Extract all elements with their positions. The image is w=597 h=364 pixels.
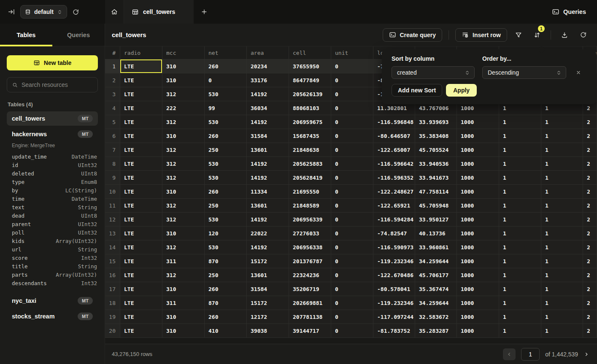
table-cell[interactable]: 1 [541, 310, 583, 324]
table-cell[interactable]: LTE [120, 296, 162, 310]
table-cell[interactable]: 1 [499, 157, 541, 171]
table-cell[interactable]: 1 [541, 199, 583, 213]
table-cell[interactable]: LTE [120, 282, 162, 296]
table-cell[interactable]: 206956338 [289, 240, 331, 254]
table-cell[interactable]: 1000 [457, 296, 499, 310]
table-cell[interactable]: 1 [541, 324, 583, 338]
table-cell[interactable]: 33.940536 [415, 157, 457, 171]
table-cell[interactable]: LTE [120, 254, 162, 268]
table-cell[interactable]: 1 [499, 199, 541, 213]
table-cell[interactable]: 312 [162, 199, 205, 213]
table-cell[interactable]: 15687435 [289, 129, 331, 143]
table-cell[interactable]: LTE [120, 101, 162, 115]
sort-column-select[interactable]: created [392, 66, 475, 79]
sidebar-table-item[interactable]: stocks_streamMT [7, 309, 98, 324]
table-cell[interactable]: 12172 [247, 310, 289, 324]
table-cell[interactable]: 1 [499, 296, 541, 310]
table-cell[interactable]: 1 [541, 143, 583, 157]
filter-button[interactable] [511, 28, 526, 42]
sidebar-table-item[interactable]: hackernewsMT [7, 127, 98, 141]
table-cell[interactable]: LTE [120, 157, 162, 171]
column-header-area[interactable]: area [247, 46, 289, 59]
table-cell[interactable]: 22324236 [289, 268, 331, 282]
table-cell[interactable]: 1 [499, 240, 541, 254]
table-cell[interactable]: 870 [205, 296, 247, 310]
table-cell[interactable]: 410 [205, 324, 247, 338]
table-cell[interactable]: 47.758114 [415, 185, 457, 199]
collapse-sidebar-button[interactable] [8, 8, 15, 16]
table-cell[interactable]: 35206719 [289, 282, 331, 296]
table-cell[interactable]: 250 [205, 143, 247, 157]
table-cell[interactable]: 14192 [247, 240, 289, 254]
table-cell[interactable]: 35.383408 [415, 129, 457, 143]
table-cell[interactable]: -116.596352 [373, 171, 415, 185]
table-cell[interactable]: 120 [205, 226, 247, 240]
table-cell[interactable]: LTE [120, 185, 162, 199]
table-cell[interactable]: 530 [205, 213, 247, 226]
table-cell[interactable]: 1 [499, 213, 541, 226]
table-cell[interactable]: 1000 [457, 282, 499, 296]
table-cell[interactable]: 312 [162, 115, 205, 129]
table-cell[interactable]: -116.594284 [373, 213, 415, 226]
table-cell[interactable]: 310 [162, 73, 205, 87]
previous-page-button[interactable] [503, 348, 516, 360]
column-header-unit[interactable]: unit [331, 46, 373, 59]
table-cell[interactable]: 31584 [247, 282, 289, 296]
table-cell[interactable]: 31584 [247, 129, 289, 143]
selected-cell[interactable]: LTE [120, 59, 162, 73]
table-cell[interactable]: 1 [541, 213, 583, 226]
table-cell[interactable]: 312 [162, 157, 205, 171]
queries-button[interactable]: Queries [552, 0, 597, 24]
table-cell[interactable]: 27276033 [289, 226, 331, 240]
new-table-button[interactable]: New table [7, 55, 98, 70]
refresh-databases-button[interactable] [72, 8, 79, 16]
table-cell[interactable]: LTE [120, 268, 162, 282]
table-cell[interactable]: 14192 [247, 87, 289, 101]
table-cell[interactable]: 14192 [247, 115, 289, 129]
tab-cell-towers[interactable]: cell_towers [124, 0, 194, 24]
table-cell[interactable]: 2 [583, 213, 597, 226]
table-cell[interactable]: 312 [162, 268, 205, 282]
table-cell[interactable]: 45.705948 [415, 199, 457, 213]
table-cell[interactable]: 11334 [247, 185, 289, 199]
table-cell[interactable]: 14192 [247, 157, 289, 171]
table-cell[interactable]: 205625883 [289, 157, 331, 171]
table-cell[interactable]: 1000 [457, 254, 499, 268]
table-cell[interactable]: 1000 [457, 310, 499, 324]
sidebar-tab-queries[interactable]: Queries [52, 24, 105, 46]
column-header-cell[interactable]: cell [289, 46, 331, 59]
table-cell[interactable]: 206959675 [289, 115, 331, 129]
sort-button[interactable]: 1 [530, 28, 544, 42]
table-cell[interactable]: LTE [120, 73, 162, 87]
table-cell[interactable]: 311 [162, 254, 205, 268]
table-cell[interactable]: 260 [205, 185, 247, 199]
add-new-sort-button[interactable]: Add new Sort [392, 84, 442, 97]
table-cell[interactable]: 2 [583, 296, 597, 310]
table-cell[interactable]: 530 [205, 87, 247, 101]
table-cell[interactable]: 1000 [457, 240, 499, 254]
table-cell[interactable]: 2 [583, 226, 597, 240]
table-cell[interactable]: 1000 [457, 129, 499, 143]
table-cell[interactable]: 35.283287 [415, 324, 457, 338]
table-cell[interactable]: -116.590973 [373, 240, 415, 254]
sidebar-tab-tables[interactable]: Tables [0, 24, 52, 46]
table-cell[interactable]: 99 [205, 101, 247, 115]
table-cell[interactable]: 0 [331, 282, 373, 296]
table-cell[interactable]: 2 [583, 324, 597, 338]
table-cell[interactable]: -117.097244 [373, 310, 415, 324]
table-cell[interactable]: 530 [205, 157, 247, 171]
column-header-mcc[interactable]: mcc [162, 46, 205, 59]
table-cell[interactable]: -116.596642 [373, 157, 415, 171]
table-cell[interactable]: 1000 [457, 213, 499, 226]
table-cell[interactable]: LTE [120, 199, 162, 213]
table-cell[interactable]: 14192 [247, 171, 289, 185]
table-cell[interactable]: LTE [120, 87, 162, 101]
table-cell[interactable]: 260 [205, 282, 247, 296]
table-cell[interactable]: 0 [331, 213, 373, 226]
table-cell[interactable]: 33.939693 [415, 115, 457, 129]
table-cell[interactable]: 37655950 [289, 59, 331, 73]
table-cell[interactable]: 530 [205, 171, 247, 185]
table-cell[interactable]: 260 [205, 59, 247, 73]
create-query-button[interactable]: Create query [383, 28, 443, 42]
table-cell[interactable]: 222 [162, 101, 205, 115]
